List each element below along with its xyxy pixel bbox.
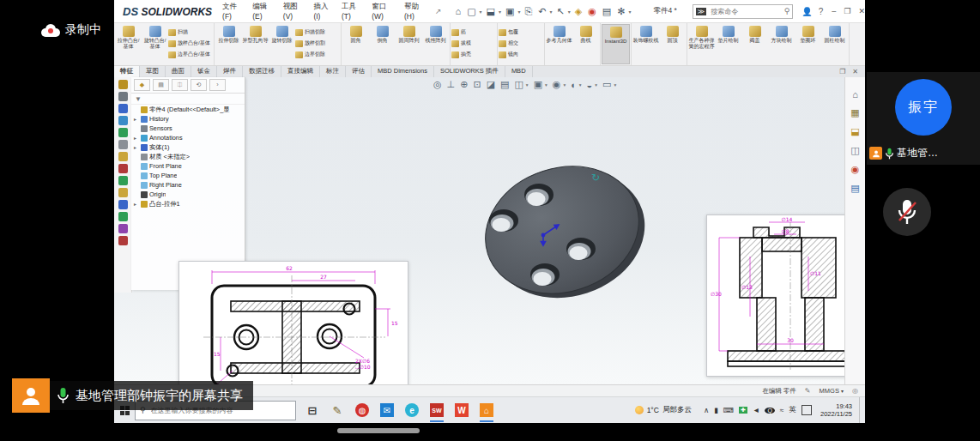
home-icon[interactable]: ⌂	[852, 89, 858, 100]
display-style-icon[interactable]: ▣	[534, 79, 542, 90]
tree-item[interactable]: 材质 <未指定>	[131, 152, 245, 161]
participant-tile[interactable]: 振宇 基地管…	[867, 72, 980, 165]
taskbar-weather[interactable]: 1°C 局部多云	[635, 405, 692, 415]
file-explorer-icon[interactable]: ⬓	[850, 126, 859, 137]
tab-item[interactable]: 标注	[320, 66, 346, 77]
ribbon-button-small[interactable]: 相交	[499, 38, 543, 49]
hide-show-items-icon[interactable]: ◉	[553, 79, 561, 90]
dropdown-caret-icon[interactable]: ▾	[517, 9, 520, 15]
doc-close-icon[interactable]: ✕	[852, 68, 858, 76]
status-options-icon[interactable]: ◎	[852, 387, 858, 395]
ribbon-button-small[interactable]: 放样凸台/基体	[168, 38, 213, 49]
tree-item[interactable]: Sensors	[131, 124, 245, 133]
menu-item[interactable]: 工具(T)	[338, 0, 366, 22]
ribbon-button[interactable]: 阀盖	[741, 24, 768, 64]
ime-mode-icon[interactable]	[802, 405, 812, 415]
dropdown-caret-icon[interactable]: ▾	[526, 82, 529, 88]
window-grip-handle[interactable]	[337, 428, 420, 433]
wps-app-icon[interactable]: W	[453, 402, 470, 419]
ribbon-button[interactable]: 生产各种弹簧的宏程序	[688, 24, 715, 64]
help-icon[interactable]: ?	[819, 7, 824, 16]
solidworks-app-icon[interactable]: SW	[428, 402, 445, 419]
tab-item[interactable]: 焊件	[217, 66, 243, 77]
tree-item[interactable]: ▸History	[131, 114, 245, 124]
dropdown-caret-icon[interactable]: ▾	[614, 82, 616, 88]
dropdown-caret-icon[interactable]: ▾	[568, 9, 571, 15]
ribbon-button-small[interactable]: 镜向	[499, 49, 543, 60]
expand-arrow-icon[interactable]: ▸	[134, 135, 139, 141]
edit-appearance-icon[interactable]: ◈	[573, 6, 584, 17]
macro-icon-11[interactable]	[118, 200, 128, 209]
appearances-icon[interactable]: ◉	[851, 164, 860, 175]
ribbon-button-small[interactable]: 边界切除	[295, 49, 340, 60]
tab-item[interactable]: 数据迁移	[243, 66, 281, 77]
dropdown-caret-icon[interactable]: ▾	[499, 9, 501, 15]
part-3d-flange[interactable]	[433, 118, 691, 341]
tree-item[interactable]: Right Plane	[131, 180, 245, 190]
menu-item[interactable]: 文件(F)	[219, 0, 247, 22]
command-search-box[interactable]: ≫ ⚲	[693, 4, 794, 19]
home-icon[interactable]: ⌂	[453, 6, 463, 16]
tree-filter-row[interactable]: ▼	[131, 94, 245, 105]
ribbon-button-small[interactable]: 抽壳	[451, 49, 496, 60]
macro-icon-7[interactable]	[118, 152, 128, 161]
undo-icon[interactable]: ↶	[536, 6, 547, 17]
macro-icon-4[interactable]	[118, 116, 128, 125]
macro-icon-12[interactable]	[118, 212, 128, 221]
pin-icon[interactable]: ↗	[435, 7, 442, 15]
design-library-icon[interactable]: ▦	[850, 107, 859, 118]
menu-item[interactable]: 编辑(E)	[249, 0, 278, 22]
dropdown-caret-icon[interactable]: ▾	[480, 9, 482, 15]
apply-scene-icon[interactable]: ◒	[587, 80, 593, 90]
ribbon-button[interactable]: 曲线	[572, 24, 599, 64]
macro-icon-8[interactable]	[118, 164, 128, 173]
ribbon-button-small[interactable]: 筋	[451, 27, 496, 38]
dropdown-caret-icon[interactable]: ▾	[595, 82, 597, 88]
propertymanager-tab-icon[interactable]: ▤	[153, 79, 169, 91]
keyboard-tray-icon[interactable]: ⌨	[723, 406, 734, 414]
qq-tray-icon[interactable]: Q	[765, 408, 774, 414]
dropdown-caret-icon[interactable]: ▾	[628, 9, 631, 15]
print-icon[interactable]: ⎘	[523, 6, 534, 17]
custom-properties-icon[interactable]: ▤	[850, 183, 859, 194]
dropdown-caret-icon[interactable]: ▾	[563, 82, 566, 88]
view-palette-icon[interactable]: ◫	[850, 145, 859, 156]
zoom-area-icon[interactable]: ⊡	[473, 79, 481, 90]
ribbon-button[interactable]: Instant3D	[602, 24, 630, 64]
macro-icon-13[interactable]	[118, 224, 128, 233]
doc-restore-icon[interactable]: ❐	[839, 68, 845, 76]
ribbon-button[interactable]: 线性阵列	[422, 24, 449, 64]
ribbon-button[interactable]: 圆柱绘制	[821, 24, 848, 64]
tree-item[interactable]: ▸凸台-拉伸1	[131, 199, 245, 208]
ribbon-button[interactable]: 圆周阵列	[396, 24, 422, 64]
configurations-tab-icon[interactable]: ⎅	[172, 79, 188, 91]
options-gear-icon[interactable]: ✻	[615, 6, 626, 17]
tree-item[interactable]: Front Plane	[131, 161, 245, 171]
network-tray-icon[interactable]: ≈	[780, 406, 784, 414]
dropdown-caret-icon[interactable]: ▾	[545, 82, 547, 88]
search-icon[interactable]: ⚲	[784, 7, 790, 15]
ribbon-button-small[interactable]: 扫描	[168, 27, 213, 38]
tab-item[interactable]: SOLIDWORKS 插件	[434, 66, 505, 77]
edit-appearance-sphere-icon[interactable]: ◐	[571, 80, 577, 90]
minimize-button[interactable]: –	[832, 7, 836, 15]
ribbon-button[interactable]: 垫片绘制	[715, 24, 741, 64]
tab-active[interactable]: 特征	[114, 66, 140, 77]
expand-arrow-icon[interactable]: ▸	[134, 144, 139, 150]
ribbon-button[interactable]: 圆顶	[659, 24, 686, 64]
ribbon-button[interactable]: 拉伸切除	[215, 24, 242, 64]
menu-item[interactable]: 帮助(H)	[401, 0, 430, 22]
zoom-in-icon[interactable]: ⊕	[460, 79, 468, 90]
ribbon-button[interactable]: 垫圈环	[795, 24, 821, 64]
self-tile-muted[interactable]	[883, 188, 931, 236]
menu-item[interactable]: 窗口(W)	[368, 0, 399, 22]
red-app-icon[interactable]: ◍	[354, 402, 371, 419]
macro-icon-3[interactable]	[118, 104, 128, 113]
ribbon-button[interactable]: 异型孔向导	[242, 24, 269, 64]
dropdown-caret-icon[interactable]: ▾	[549, 9, 552, 15]
ribbon-button[interactable]: 倒角	[369, 24, 396, 64]
command-search-input[interactable]	[709, 7, 784, 16]
view-settings-monitor-icon[interactable]: ▭	[602, 79, 611, 90]
tab-item[interactable]: 钣金	[191, 66, 217, 77]
macro-icon-14[interactable]	[118, 236, 128, 245]
